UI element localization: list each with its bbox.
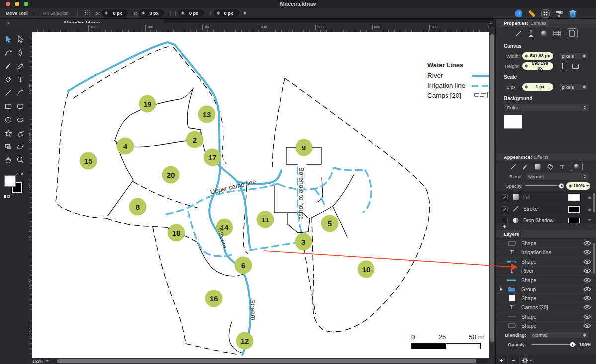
line-tool[interactable]: [4, 89, 12, 97]
close-tab-icon[interactable]: ×: [7, 20, 10, 27]
add-effect-button[interactable]: +: [503, 223, 506, 230]
text-tool[interactable]: T: [16, 75, 24, 83]
layer-row-group[interactable]: Group: [496, 285, 596, 294]
effects-scrollbar-thumb[interactable]: [593, 193, 595, 212]
layer-visibility-eye-icon[interactable]: [583, 241, 591, 246]
table-properties-icon[interactable]: [553, 30, 561, 37]
layer-row-shape[interactable]: Shape: [496, 257, 596, 267]
star-tool[interactable]: [4, 129, 12, 137]
layer-visibility-eye-icon[interactable]: [583, 296, 591, 301]
background-color-swatch[interactable]: [504, 115, 522, 129]
layer-visibility-eye-icon[interactable]: [583, 259, 591, 264]
vertical-scrollbar[interactable]: [489, 32, 495, 364]
layer-visibility-eye-icon[interactable]: [583, 323, 591, 328]
stepper-icon[interactable]: [105, 11, 108, 15]
appearance-opacity-knob[interactable]: [559, 183, 564, 189]
fill-style-icon[interactable]: [534, 163, 541, 170]
layer-row-shape[interactable]: Shape: [496, 322, 596, 330]
rotate-tool[interactable]: [16, 129, 24, 137]
canvas-properties-tab-selected[interactable]: [567, 28, 578, 38]
camp-marker-12[interactable]: 12: [236, 332, 254, 350]
stepper-icon[interactable]: [142, 11, 145, 15]
effect-checkbox[interactable]: ✓: [502, 206, 508, 212]
layer-row-shape[interactable]: Shape: [496, 239, 596, 248]
effect-color-swatch[interactable]: [568, 218, 580, 224]
effect-row-stroke[interactable]: ✓Stroke≡: [496, 203, 596, 215]
hand-tool[interactable]: [4, 156, 12, 164]
camp-marker-9[interactable]: 9: [296, 139, 313, 156]
portrait-orientation-icon[interactable]: [562, 63, 567, 69]
effect-row-fill[interactable]: ✓Fill≡: [496, 191, 596, 203]
layer-blending-dropdown[interactable]: Normal: [529, 331, 589, 339]
disclosure-triangle-icon[interactable]: [500, 287, 503, 291]
pen-tool[interactable]: [16, 49, 24, 57]
camp-marker-8[interactable]: 8: [129, 198, 147, 216]
blend-mode-dropdown[interactable]: Normal: [525, 173, 589, 180]
layers-scrollbar-thumb[interactable]: [593, 243, 595, 274]
effect-row-drop-shadow[interactable]: Drop Shadow≡: [496, 215, 596, 223]
width-input[interactable]: 0 px: [178, 9, 204, 17]
layer-row-camps-20-[interactable]: TCamps [20]: [496, 303, 596, 313]
tag-style-icon[interactable]: [547, 163, 554, 170]
effect-checkbox[interactable]: ✓: [502, 194, 508, 200]
camp-marker-10[interactable]: 10: [358, 261, 375, 278]
layer-visibility-eye-icon[interactable]: [583, 278, 591, 283]
stepper-icon[interactable]: [217, 11, 220, 15]
boolean-tool[interactable]: [4, 143, 12, 150]
layer-row-shape[interactable]: Shape: [496, 294, 596, 303]
polygon-tool[interactable]: [16, 116, 24, 124]
height-input[interactable]: 0 px: [214, 9, 239, 17]
camp-marker-17[interactable]: 17: [204, 149, 221, 166]
zoom-level-control[interactable]: 162%: [27, 359, 53, 364]
camp-marker-15[interactable]: 15: [80, 152, 97, 170]
layer-visibility-eye-icon[interactable]: [583, 287, 591, 291]
stroke-style-icon[interactable]: [510, 163, 517, 170]
vertical-scrollbar-thumb[interactable]: [490, 34, 494, 342]
layers-panel-icon[interactable]: [568, 9, 577, 18]
document-canvas[interactable]: 19132491715208111451836101612 Upper camp…: [32, 32, 489, 358]
move-tool[interactable]: [4, 35, 12, 43]
horizontal-scrollbar-thumb[interactable]: [57, 359, 476, 363]
layer-row-irrigation-line[interactable]: TIrrigation line: [496, 248, 596, 258]
background-type-dropdown[interactable]: Color: [504, 104, 589, 111]
camp-marker-16[interactable]: 16: [205, 290, 223, 307]
camp-marker-19[interactable]: 19: [139, 95, 156, 113]
effect-options-icon[interactable]: ≡: [588, 194, 591, 201]
info-icon[interactable]: i: [515, 9, 523, 18]
tab-overflow-icon[interactable]: »: [490, 20, 492, 25]
gradient-sphere-icon[interactable]: [540, 30, 548, 37]
anchor-point-selector[interactable]: [85, 10, 91, 16]
effect-checkbox[interactable]: [502, 218, 508, 224]
camp-marker-5[interactable]: 5: [321, 215, 339, 232]
stroke-properties-icon[interactable]: [515, 30, 522, 37]
scale-unit-dropdown[interactable]: pixels: [559, 83, 589, 91]
canvas-width-input[interactable]: 841,68 px: [522, 52, 553, 60]
camp-marker-4[interactable]: 4: [117, 138, 134, 155]
default-colors-icon[interactable]: [4, 195, 10, 198]
layer-opacity-slider[interactable]: [531, 344, 576, 345]
fill-color-swatch[interactable]: [4, 175, 16, 187]
camp-marker-2[interactable]: 2: [186, 131, 204, 148]
layer-settings-button[interactable]: [520, 356, 535, 364]
layer-row-shape[interactable]: Shape: [496, 276, 596, 285]
map-drawing[interactable]: 19132491715208111451836101612 Upper camp…: [32, 32, 489, 358]
minimize-window-button[interactable]: [15, 2, 19, 6]
brush-tool[interactable]: [4, 62, 12, 70]
effects-tab-selected[interactable]: [571, 162, 583, 171]
appearance-opacity-input[interactable]: 100%: [566, 182, 590, 190]
effect-color-swatch[interactable]: [568, 194, 580, 201]
camp-marker-18[interactable]: 18: [168, 224, 185, 242]
landscape-orientation-icon[interactable]: [572, 64, 579, 69]
layer-visibility-eye-icon[interactable]: [583, 314, 591, 319]
rounded-rectangle-tool[interactable]: [16, 102, 24, 110]
effect-options-icon[interactable]: ≡: [588, 206, 591, 213]
layer-row-river[interactable]: TRiver: [496, 267, 596, 276]
grid-panel-icon[interactable]: [541, 9, 550, 18]
stepper-icon[interactable]: [181, 11, 184, 15]
zoom-window-button[interactable]: [24, 2, 28, 6]
paint-roller-icon[interactable]: [555, 9, 563, 18]
camp-marker-20[interactable]: 20: [162, 166, 180, 184]
camp-marker-3[interactable]: 3: [295, 233, 312, 251]
eraser-tool[interactable]: [4, 75, 12, 83]
camp-marker-13[interactable]: 13: [198, 106, 216, 123]
